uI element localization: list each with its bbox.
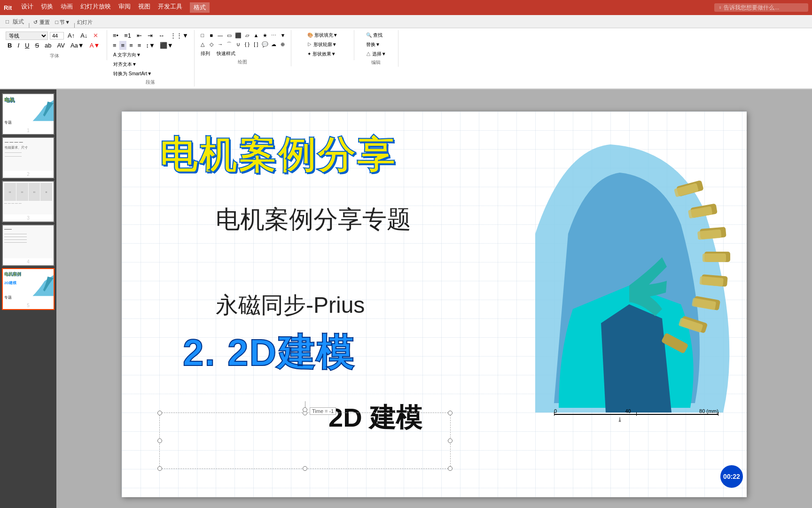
shape-outline-button[interactable]: ▷ 形状轮廓▼	[305, 40, 339, 49]
font-color-button[interactable]: A▼	[88, 41, 102, 50]
slide-thumb-3[interactable]: □ □ □ □ — — — — — 3	[2, 181, 55, 222]
replace-button[interactable]: 替换▼	[364, 40, 383, 49]
menu-slideshow[interactable]: 幻灯片放映	[80, 2, 111, 13]
shape-down[interactable]: ▼	[279, 31, 287, 40]
timer-value: 00:22	[723, 473, 740, 480]
shape-extra[interactable]: ⊕	[279, 40, 287, 48]
increase-indent-button[interactable]: ⇥	[146, 31, 155, 40]
menu-format[interactable]: 格式	[190, 2, 210, 13]
shape-star[interactable]: ★	[261, 31, 269, 40]
shape-para[interactable]: ▱	[243, 31, 251, 40]
slide-num-5: 5	[3, 302, 54, 309]
font-shrink-button[interactable]: A↓	[78, 31, 89, 40]
align-center-button[interactable]: ≡	[119, 41, 127, 50]
decrease-indent-button[interactable]: ⇤	[135, 31, 144, 40]
handle-bm[interactable]	[303, 466, 307, 471]
menu-design[interactable]: 设计	[21, 2, 33, 13]
menu-review[interactable]: 审阅	[118, 2, 131, 13]
strikethrough-button[interactable]: S	[33, 41, 41, 50]
shape-fill-button[interactable]: 🎨 形状填充▼	[305, 31, 340, 40]
bold-button[interactable]: B	[6, 41, 14, 50]
layout-icon[interactable]: □	[6, 18, 9, 25]
menu-animation[interactable]: 动画	[61, 2, 73, 13]
main-area: 专题 电机 1 — — — — 性能要求、尺寸 —————— —————— 2	[0, 89, 812, 508]
shape-arc[interactable]: ∪	[234, 40, 242, 48]
slide-thumb-1[interactable]: 专题 电机 1	[2, 93, 55, 135]
justify-button[interactable]: ≡	[136, 41, 143, 50]
scale-tick-40: 40	[625, 408, 631, 414]
shape-curve[interactable]: ⌒	[225, 40, 234, 48]
handle-ml[interactable]	[157, 438, 162, 443]
font-grow-button[interactable]: A↑	[66, 31, 77, 40]
italic-button[interactable]: I	[16, 41, 21, 50]
text-direction-button[interactable]: A 文字方向▼	[111, 51, 143, 59]
columns-button[interactable]: ⋮⋮▼	[168, 31, 190, 40]
titlebar: Rit 设计 切换 动画 幻灯片放映 审阅 视图 开发工具 格式	[0, 0, 812, 15]
shape-up[interactable]: ▲	[252, 31, 260, 40]
menu-bar: 设计 切换 动画 幻灯片放映 审阅 视图 开发工具 格式	[21, 2, 210, 13]
shape-triangle[interactable]: △	[198, 40, 207, 48]
edit-group: 🔍 查找 替换▼ △ 选择▼ 编辑	[356, 30, 398, 67]
handle-tl[interactable]	[157, 411, 162, 415]
rtl-button[interactable]: ↔	[156, 31, 166, 40]
shape-rect2[interactable]: ▭	[225, 31, 234, 40]
clear-format-button[interactable]: ✕	[91, 31, 100, 40]
slide-motor-type: 永磁同步-Prius	[216, 290, 365, 320]
shape-bracket[interactable]: [ ]	[252, 40, 260, 48]
shape-line-h[interactable]: —	[216, 31, 225, 40]
slide-num-3: 3	[3, 214, 54, 222]
rotate-handle[interactable]	[303, 401, 307, 412]
line-spacing-button[interactable]: ↕▼	[144, 41, 156, 50]
handle-br[interactable]	[448, 466, 453, 471]
char-spacing-button[interactable]: AV	[55, 41, 67, 50]
bullet-list-button[interactable]: ≡•	[111, 31, 120, 40]
numbered-list-button[interactable]: ≡1	[122, 31, 133, 40]
font-name-select[interactable]: 等线	[6, 32, 48, 40]
handle-mr[interactable]	[448, 438, 453, 443]
shape-cloud[interactable]: ☁	[270, 40, 278, 48]
align-right-button[interactable]: ≡	[127, 41, 135, 50]
shape-more[interactable]: ⋯	[270, 31, 278, 40]
shape-rect[interactable]: □	[198, 31, 207, 40]
handle-tr[interactable]	[448, 411, 453, 415]
align-text-button[interactable]: 对齐文本▼	[111, 60, 139, 69]
slide-canvas[interactable]: 电机案例分享 电机案例分享专题 永磁同步-Prius 2. 2D建模 2D 建模	[122, 111, 747, 497]
underline-button[interactable]: U	[23, 41, 31, 50]
shadow-button[interactable]: ab	[43, 41, 53, 50]
shape-effects-button[interactable]: ✦ 形状效果▼	[305, 50, 338, 58]
arrange-row: 排列 快速样式	[198, 49, 238, 58]
slide-panel: 专题 电机 1 — — — — 性能要求、尺寸 —————— —————— 2	[0, 89, 56, 508]
case-button[interactable]: Aa▼	[69, 41, 86, 50]
font-label[interactable]: 版式	[13, 18, 24, 25]
shape-diamond[interactable]: ◇	[207, 40, 216, 48]
scale-tick-80: 80 (mm)	[699, 408, 718, 414]
select-button[interactable]: △ 选择▼	[364, 50, 389, 58]
shape-arrow[interactable]: →	[216, 40, 225, 48]
scale-line	[554, 414, 718, 415]
selected-textbox[interactable]	[159, 413, 451, 469]
menu-developer[interactable]: 开发工具	[158, 2, 182, 13]
ribbon-content: 等线 44 A↑ A↓ ✕ B I U S ab AV Aa▼ A▼	[0, 28, 812, 89]
shape-square[interactable]: ■	[207, 31, 216, 40]
ribbon: □ 版式 | ↺ 重置 □ 节▼ | 幻灯片 等线 44 A↑ A↓ ✕	[0, 15, 812, 89]
find-button[interactable]: 🔍 查找	[364, 31, 385, 40]
menu-view[interactable]: 视图	[138, 2, 150, 13]
shape-round[interactable]: ⬛	[234, 31, 242, 40]
menu-transition[interactable]: 切换	[41, 2, 53, 13]
slide-thumb-4[interactable]: —— ———————— ———————— ———————— ———————— 4	[2, 224, 55, 266]
convert-smartart-button[interactable]: 转换为 SmartArt▼	[111, 70, 154, 78]
sort-button[interactable]: 排列	[198, 49, 212, 58]
ribbon-group-section: □ 节▼	[53, 17, 73, 28]
slide-canvas-wrapper: 电机案例分享 电机案例分享专题 永磁同步-Prius 2. 2D建模 2D 建模	[56, 89, 812, 508]
align-left-button[interactable]: ≡	[111, 41, 118, 50]
ribbon-group-reset: ↺ 重置	[31, 17, 52, 28]
search-input[interactable]	[714, 3, 808, 12]
slide-thumb-5[interactable]: 专题 电机案例 2D建模 5	[2, 268, 55, 310]
slide-thumb-2[interactable]: — — — — 性能要求、尺寸 —————— —————— 2	[2, 137, 55, 179]
svg-marker-17	[617, 417, 622, 422]
shape-callout[interactable]: 💬	[261, 40, 269, 48]
shape-brace[interactable]: { }	[243, 40, 251, 48]
quick-style-button[interactable]: 快速样式	[214, 49, 238, 58]
highlight-button[interactable]: ⬛▼	[158, 41, 175, 50]
handle-bl[interactable]	[157, 466, 162, 471]
